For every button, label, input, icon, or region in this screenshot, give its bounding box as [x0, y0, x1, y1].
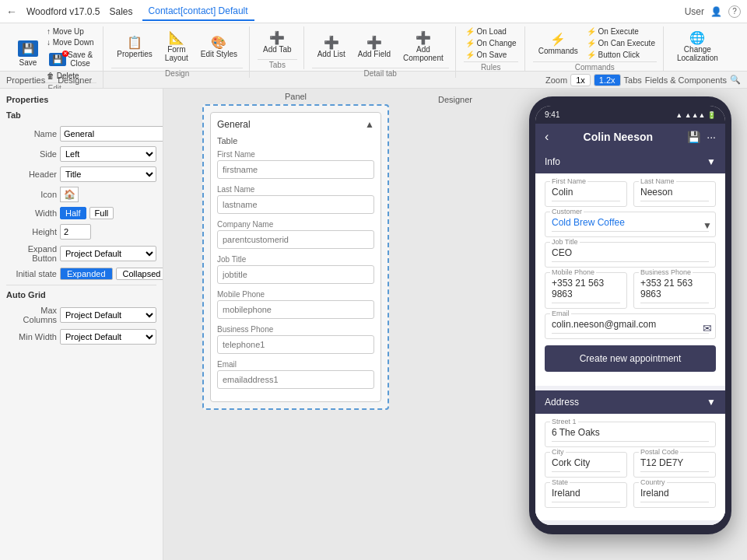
- info-collapse-icon[interactable]: ▼: [707, 156, 716, 167]
- phone-jobtitle-value: CEO: [552, 247, 709, 262]
- phone-customer-link[interactable]: Cold Brew Coffee: [552, 217, 625, 228]
- designer-tab[interactable]: Designer: [58, 75, 92, 85]
- customer-dropdown-icon[interactable]: ▼: [703, 220, 712, 229]
- side-select[interactable]: LeftRight: [60, 146, 156, 162]
- commands-button[interactable]: ⚡ Commands: [533, 26, 584, 60]
- firstname-input[interactable]: [217, 160, 374, 179]
- phone-state-value: Ireland: [552, 488, 620, 502]
- add-field-button[interactable]: ➕ Add Field: [352, 26, 396, 66]
- header-select[interactable]: TitleNone: [60, 166, 156, 182]
- phone-customer-value: Cold Brew Coffee: [552, 217, 709, 232]
- header-field-row: Header TitleNone: [6, 166, 156, 182]
- phone-back-button[interactable]: ‹: [545, 130, 549, 144]
- phone-status-icons: ▲ ▲▲▲ 🔋: [675, 111, 716, 119]
- main-area: Properties Tab Name Side LeftRight Heade…: [0, 89, 747, 560]
- company-input[interactable]: [217, 230, 374, 249]
- collapsed-button[interactable]: Collapsed: [116, 268, 163, 280]
- initial-state-row: Initial state Expanded Collapsed: [6, 268, 156, 280]
- search-icon[interactable]: 🔍: [730, 75, 741, 85]
- tab-section-title: Tab: [6, 110, 156, 120]
- name-input[interactable]: [60, 126, 163, 142]
- phone-city-value: Cork City: [552, 457, 620, 472]
- commands-label: Commands: [533, 61, 657, 72]
- tabs-label[interactable]: Tabs: [624, 75, 642, 85]
- add-list-button[interactable]: ➕ Add List: [312, 26, 351, 66]
- email-label: Email: [217, 360, 374, 369]
- zoom-1x-button[interactable]: 1x: [570, 74, 591, 86]
- phone-firstname-field: First Name Colin: [545, 181, 627, 207]
- panel-title: Properties: [6, 95, 156, 104]
- name-label: Name: [6, 129, 57, 138]
- height-input[interactable]: [60, 224, 91, 240]
- width-half-button[interactable]: Half: [60, 207, 86, 219]
- sales-menu[interactable]: Sales: [110, 6, 133, 17]
- phone-postal-value: T12 DE7Y: [640, 457, 709, 472]
- save-close-button[interactable]: 💾✕ Save &Close: [45, 48, 96, 70]
- phone-state-label: State: [550, 478, 570, 486]
- phone-customer-field: Customer Cold Brew Coffee ▼: [545, 212, 716, 237]
- save-button[interactable]: 💾 Save: [12, 26, 44, 81]
- phone-time: 9:41: [545, 110, 559, 119]
- phone-customer-label: Customer: [550, 208, 584, 215]
- designer-area: Designer Panel General ▲ Table First Nam…: [163, 89, 747, 560]
- phone-more-icon[interactable]: ···: [707, 131, 716, 143]
- designer-panel[interactable]: Panel General ▲ Table First Name Last Na…: [202, 104, 389, 410]
- form-field-firstname: First Name: [217, 150, 374, 179]
- on-change-button[interactable]: ⚡ On Change: [464, 38, 518, 48]
- email-icon[interactable]: ✉: [703, 322, 712, 331]
- address-section-header[interactable]: Address ▼: [535, 390, 725, 414]
- on-load-button[interactable]: ⚡ On Load: [464, 26, 518, 37]
- form-layout-button[interactable]: 📐 FormLayout: [160, 26, 194, 66]
- city-postal-row: City Cork City Postal Code T12 DE7Y: [545, 452, 716, 482]
- min-width-select[interactable]: Project Default: [60, 329, 156, 345]
- change-localization-button[interactable]: 🌐 ChangeLocalization: [672, 26, 724, 66]
- phone-save-icon[interactable]: 💾: [687, 131, 700, 143]
- edit-styles-button[interactable]: 🎨 Edit Styles: [195, 26, 243, 66]
- expanded-button[interactable]: Expanded: [60, 268, 113, 280]
- email-input[interactable]: [217, 370, 374, 389]
- add-component-button[interactable]: ➕ AddComponent: [398, 26, 449, 66]
- on-save-button[interactable]: ⚡ On Save: [464, 50, 518, 60]
- rules-label: Rules: [464, 61, 518, 72]
- max-columns-select[interactable]: Project Default: [60, 307, 156, 323]
- phone-country-field: Country Ireland: [633, 482, 716, 508]
- lastname-label: Last Name: [217, 185, 374, 194]
- zoom-1-2x-button[interactable]: 1.2x: [594, 74, 621, 86]
- phone-street-label: Street 1: [550, 418, 578, 425]
- width-full-button[interactable]: Full: [89, 207, 114, 219]
- create-appointment-button[interactable]: Create new appointment: [545, 345, 716, 372]
- move-up-button[interactable]: ↑ Move Up: [45, 26, 96, 37]
- phone-email-field: Email colin.neeson@gmail.com ✉: [545, 313, 716, 339]
- properties-button[interactable]: 📋 Properties: [111, 26, 158, 66]
- active-tab[interactable]: Contact[contact] Default: [142, 2, 254, 21]
- jobtitle-input[interactable]: [217, 265, 374, 284]
- info-section-header[interactable]: Info ▼: [535, 150, 725, 173]
- on-execute-button[interactable]: ⚡ On Execute: [585, 26, 657, 37]
- ribbon-group-detail: ➕ Add List ➕ Add Field ➕ AddComponent De…: [306, 26, 456, 78]
- can-execute-button[interactable]: ⚡ On Can Execute: [585, 38, 657, 48]
- phone-lastname-field: Last Name Neeson: [633, 181, 716, 207]
- move-down-button[interactable]: ↓ Move Down: [45, 37, 96, 47]
- phone-lastname-value: Neeson: [640, 187, 709, 201]
- phone-business-field: Business Phone +353 21 563 9863: [633, 272, 716, 309]
- user-icon[interactable]: 👤: [710, 6, 722, 17]
- lastname-input[interactable]: [217, 195, 374, 214]
- help-icon[interactable]: ?: [728, 5, 741, 18]
- form-field-businessphone: Business Phone: [217, 325, 374, 354]
- mobilephone-input[interactable]: [217, 300, 374, 319]
- back-button[interactable]: ←: [6, 5, 17, 18]
- properties-tab[interactable]: Properties: [6, 75, 45, 85]
- add-tab-button[interactable]: ➕ Add Tab: [258, 26, 297, 58]
- icon-picker[interactable]: 🏠: [60, 187, 79, 202]
- form-field-jobtitle: Job Title: [217, 255, 374, 284]
- min-width-row: Min Width Project Default: [6, 329, 156, 345]
- divider: [6, 285, 156, 285]
- address-collapse-icon[interactable]: ▼: [707, 397, 716, 408]
- tab-collapse-button[interactable]: ▲: [365, 119, 374, 130]
- phone-street-value: 6 The Oaks: [552, 427, 709, 442]
- fields-label[interactable]: Fields & Components: [645, 75, 727, 85]
- businessphone-input[interactable]: [217, 335, 374, 354]
- expand-btn-select[interactable]: Project Default: [60, 246, 156, 261]
- button-click-button[interactable]: ⚡ Button Click: [585, 50, 657, 60]
- phone-city-label: City: [550, 448, 566, 456]
